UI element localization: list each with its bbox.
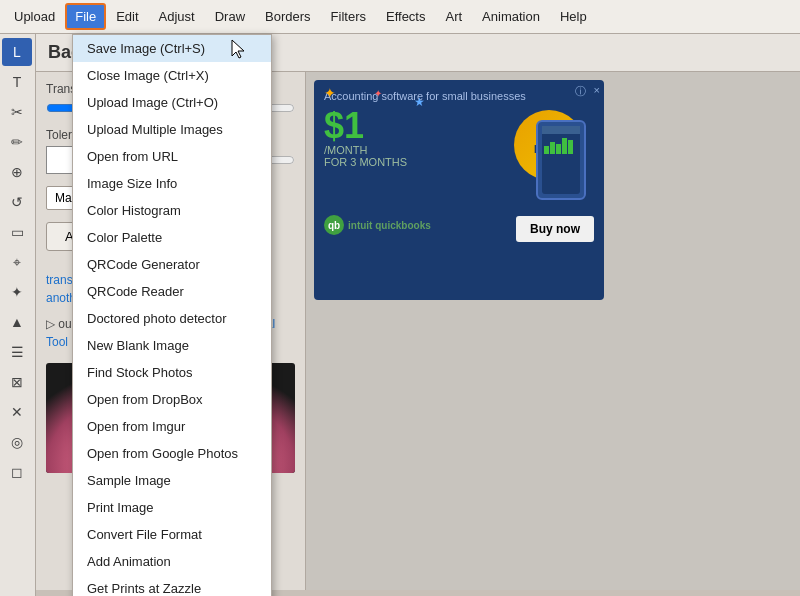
menu-item-upload-image[interactable]: Upload Image (Ctrl+O) [73,89,271,116]
tool-star[interactable]: ✦ [2,278,32,306]
logo-text: intuit quickbooks [348,220,431,231]
tool-erase[interactable]: ✕ [2,398,32,426]
tool-shape[interactable]: ▲ [2,308,32,336]
menu-item-doctored-photo[interactable]: Doctored photo detector [73,305,271,332]
ad-buy-button[interactable]: Buy now [516,216,594,242]
menu-item-qrcode-generator[interactable]: QRCode Generator [73,251,271,278]
menu-effects[interactable]: Effects [376,3,436,30]
firework-icon: ✦ [324,85,336,101]
menu-item-get-prints[interactable]: Get Prints at Zazzle [73,575,271,596]
menu-item-convert-format[interactable]: Convert File Format [73,521,271,548]
ad-right-content [536,90,594,200]
tool-zoom[interactable]: ⊕ [2,158,32,186]
menu-art[interactable]: Art [435,3,472,30]
tool-crop[interactable]: ✂ [2,98,32,126]
menu-file[interactable]: File [65,3,106,30]
menu-item-open-url[interactable]: Open from URL [73,143,271,170]
firework2-icon: ✦ [374,88,382,99]
menu-item-color-histogram[interactable]: Color Histogram [73,197,271,224]
menu-item-open-dropbox[interactable]: Open from DropBox [73,386,271,413]
tool-rect[interactable]: ▭ [2,218,32,246]
ad-price-duration: FOR 3 MONTHS [324,156,526,168]
menu-animation[interactable]: Animation [472,3,550,30]
menu-draw[interactable]: Draw [205,3,255,30]
phone-screen [542,126,580,194]
price-month: /MONTH [324,144,367,156]
tool-circle[interactable]: ◎ [2,428,32,456]
ad-close-button[interactable]: × [594,84,600,96]
tool-rotate[interactable]: ↺ [2,188,32,216]
menu-help[interactable]: Help [550,3,597,30]
qb-logo-icon: qb [324,215,344,235]
bar4 [562,138,567,154]
firework3-icon: ★ [414,95,425,109]
ad-price: $1 [324,108,526,144]
menu-item-color-palette[interactable]: Color Palette [73,224,271,251]
right-panel: × ⓘ ✦ ✦ ★ Accounting software for small … [306,72,800,590]
bar3 [556,144,561,154]
tool-target[interactable]: ⌖ [2,248,32,276]
left-toolbar: L T ✂ ✏ ⊕ ↺ ▭ ⌖ ✦ ▲ ☰ ⊠ ✕ ◎ ◻ [0,34,36,596]
tool-text[interactable]: T [2,68,32,96]
color-white-swatch[interactable] [46,146,74,174]
menu-item-image-size-info[interactable]: Image Size Info [73,170,271,197]
menu-item-open-google-photos[interactable]: Open from Google Photos [73,440,271,467]
tool-select[interactable]: L [2,38,32,66]
screen-chart [542,136,580,154]
menu-item-add-animation[interactable]: Add Animation [73,548,271,575]
menubar: Upload File Edit Adjust Draw Borders Fil… [0,0,800,34]
tool-layers[interactable]: ☰ [2,338,32,366]
phone-mockup [536,120,586,200]
menu-item-open-imgur[interactable]: Open from Imgur [73,413,271,440]
menu-item-find-stock[interactable]: Find Stock Photos [73,359,271,386]
menu-item-print-image[interactable]: Print Image [73,494,271,521]
menu-item-new-blank[interactable]: New Blank Image [73,332,271,359]
bar2 [550,142,555,154]
menu-upload[interactable]: Upload [4,3,65,30]
ad-top-section: Accounting software for small businesses… [324,90,594,200]
tool-draw[interactable]: ✏ [2,128,32,156]
ad-logo: qb intuit quickbooks [324,215,431,235]
tool-select2[interactable]: ⊠ [2,368,32,396]
menu-adjust[interactable]: Adjust [149,3,205,30]
menu-filters[interactable]: Filters [321,3,376,30]
ad-info-icon[interactable]: ⓘ [575,84,586,99]
menu-edit[interactable]: Edit [106,3,148,30]
menu-item-qrcode-reader[interactable]: QRCode Reader [73,278,271,305]
file-dropdown-menu: Save Image (Ctrl+S) Close Image (Ctrl+X)… [72,34,272,596]
ad-bottom-row: qb intuit quickbooks Buy now [324,208,594,242]
bar1 [544,146,549,154]
ad-price-period: /MONTH [324,144,526,156]
screen-bar1 [542,126,580,134]
menu-item-upload-multiple[interactable]: Upload Multiple Images [73,116,271,143]
menu-borders[interactable]: Borders [255,3,321,30]
tool-square[interactable]: ◻ [2,458,32,486]
menu-item-sample-image[interactable]: Sample Image [73,467,271,494]
bar5 [568,140,573,154]
menu-item-close-image[interactable]: Close Image (Ctrl+X) [73,62,271,89]
menu-item-save-image[interactable]: Save Image (Ctrl+S) [73,35,271,62]
ad-box: × ⓘ ✦ ✦ ★ Accounting software for small … [314,80,604,300]
